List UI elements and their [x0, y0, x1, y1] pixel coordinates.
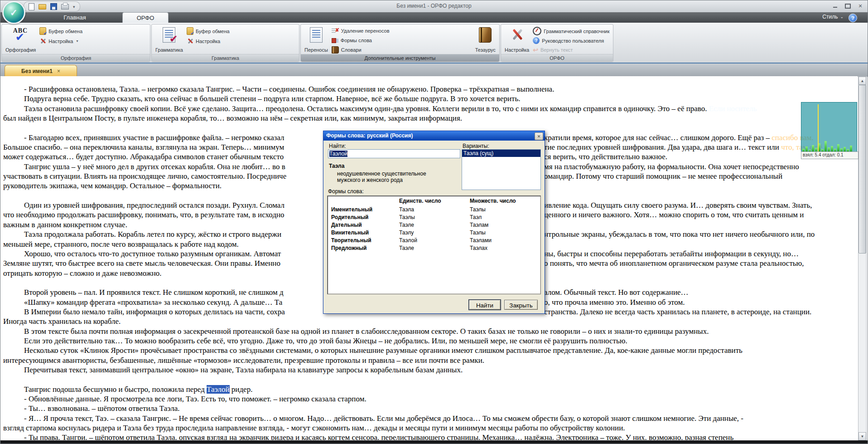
word-headword: Таэла — [329, 163, 344, 169]
column-singular: Единств. число — [399, 198, 441, 204]
print-icon[interactable] — [61, 4, 69, 10]
maximize-button[interactable] — [844, 3, 852, 9]
clipboard-button[interactable]: Буфер обмена — [38, 27, 148, 35]
quick-access-toolbar: ▾ — [24, 1, 80, 12]
clipboard-check-icon — [39, 27, 46, 35]
dialog-close-icon[interactable]: ✕ — [535, 132, 543, 140]
text-line-right-fragment: ценного и ничего важного. Хотя… можно сп… — [544, 210, 804, 220]
chevron-down-icon: ▾ — [76, 39, 78, 43]
word-forms-icon — [332, 37, 338, 44]
text-line: Таэла остановила расшифровку своей копии… — [3, 104, 849, 113]
scroll-up-icon[interactable]: ▲ — [858, 77, 866, 85]
remove-hyphens-button[interactable]: Удаление переносов — [330, 27, 473, 34]
minimize-button[interactable] — [831, 3, 839, 9]
ribbon-group-extra-tools: Переносы Удаление переносов Формы слова … — [300, 24, 500, 62]
ribbon-group-spelling: ABC✔ Орфография Буфер обмена Настройка ▾… — [1, 24, 150, 62]
selected-word: Таэлой — [207, 385, 230, 394]
word-forms-label: Формы слова: — [328, 188, 364, 195]
text-line-right-fragment: ны, быстры и способны переработать зетаб… — [544, 249, 799, 259]
find-input[interactable]: Таэлой — [328, 149, 460, 158]
close-button[interactable]: ✕ — [856, 3, 864, 9]
word-form-row[interactable]: ИменительныйТаэлаТаэлы — [328, 206, 540, 214]
column-plural: Множеств. число — [470, 198, 516, 204]
document-tab[interactable]: Без имени1 × — [5, 65, 77, 77]
ribbon-tab-strip: Главная ОРФО Стиль ⌄ ? — [0, 12, 868, 23]
word-description: неодушевленное существительное — [337, 171, 426, 177]
help-button[interactable]: ? — [849, 14, 857, 22]
grammar-guide-button[interactable]: Грамматический справочник — [531, 27, 611, 35]
dialog-title[interactable]: Формы слова: русский (Россия) — [323, 131, 545, 141]
ribbon-group-grammar: ✔ Грамматика Буфер обмена Настройка Грам… — [151, 24, 299, 62]
text-line-right-fragment: алом. Обычный текст. Но вот содержание… — [544, 288, 689, 297]
settings-button[interactable]: Настройка — [185, 37, 297, 45]
hyphenation-button[interactable]: Переносы — [303, 25, 330, 54]
dictionaries-icon — [332, 46, 339, 54]
dictionaries-button[interactable]: Словари — [330, 46, 473, 54]
traffic-caption: взял: 5.4 отдал: 0.1 — [801, 151, 858, 159]
group-label-grammar: Грамматика — [152, 54, 299, 62]
word-description: мужского и женского рода — [337, 177, 403, 183]
tools-icon — [510, 27, 524, 42]
vertical-scrollbar[interactable]: ▲ ▼ — [858, 76, 867, 441]
find-button[interactable]: Найти — [469, 300, 501, 310]
group-label-spelling: Орфография — [2, 54, 150, 62]
word-form-row[interactable]: РодительныйТаэлыТаэл — [328, 214, 540, 221]
user-manual-button[interactable]: ? Руководство пользователя — [531, 37, 611, 44]
tab-glavnaya[interactable]: Главная — [52, 12, 97, 23]
grammar-guide-icon — [533, 27, 541, 35]
text-line: интересующимся авантюристы, безбашенные,… — [3, 356, 849, 365]
text-line-right-fragment: кратили время, которое для нас сейчас… с… — [544, 133, 814, 142]
help-icon: ? — [533, 37, 540, 44]
thesaurus-button[interactable]: Тезаурус — [473, 25, 497, 54]
wrench-icon — [39, 38, 46, 44]
new-document-icon[interactable] — [29, 3, 34, 10]
text-line: Несколько суток «Клинок Ярости» прочёсыв… — [3, 346, 849, 355]
close-dialog-button[interactable]: Закрыть — [504, 300, 538, 310]
scrollbar-thumb[interactable] — [858, 85, 866, 254]
word-form-row[interactable]: ВинительныйТаэлуТаэлы — [328, 229, 540, 237]
hyphenation-doc-icon — [310, 27, 323, 43]
orfo-settings-button[interactable]: Настройка — [503, 25, 531, 54]
table-rows: ИменительныйТаэлаТаэлыРодительныйТаэлыТа… — [328, 206, 540, 252]
text-line — [3, 375, 849, 384]
word-form-row[interactable]: ПредложныйТаэлеТаэлах — [328, 244, 540, 252]
word-forms-button[interactable]: Формы слова — [330, 37, 473, 44]
text-line: был найден в Центральном Посту, в пульте… — [3, 113, 849, 123]
word-forms-table[interactable]: Единств. число Множеств. число Именитель… — [327, 195, 541, 294]
text-line: В этом тексте была почти полная информац… — [3, 327, 849, 336]
find-label: Найти: — [329, 143, 346, 149]
tab-orfo[interactable]: ОРФО — [122, 12, 169, 23]
grammar-button[interactable]: ✔ Грамматика — [154, 25, 185, 54]
clipboard-button[interactable]: Буфер обмена — [185, 27, 297, 35]
spelling-button[interactable]: ABC✔ Орфография — [4, 25, 38, 54]
style-button[interactable]: Стиль ⌄ — [822, 14, 844, 20]
chevron-down-icon: ⌄ — [840, 15, 844, 19]
qat-dropdown-icon[interactable]: ▾ — [73, 5, 75, 9]
document-tab-bar: Без имени1 × — [0, 63, 868, 77]
text-line-right-fragment: ся верить, что действительно важное. — [544, 152, 667, 161]
window-title: Без имени1 - ОРФО редактор — [0, 3, 868, 9]
variants-list[interactable]: Таэла (сущ) — [462, 149, 541, 190]
group-label-extra-tools: Дополнительные инструменты — [301, 54, 499, 62]
undo-text-icon: ↩ — [533, 47, 538, 53]
grammar-doc-icon: ✔ — [163, 27, 175, 43]
open-file-icon[interactable] — [39, 4, 46, 10]
scroll-down-icon[interactable]: ▼ — [858, 432, 866, 440]
tab-close-icon[interactable]: × — [57, 68, 60, 74]
word-form-row[interactable]: ДательныйТаэлеТаэлам — [328, 221, 540, 229]
app-logo[interactable]: ✓ — [2, 1, 25, 24]
text-line-right-fragment: о понять, что мечта об инопланетном орга… — [544, 259, 804, 268]
ribbon-group-orfo: Настройка Грамматический справочник ? Ру… — [501, 24, 613, 62]
text-line: Иногда часть хранилась на корабле. — [3, 317, 849, 326]
text-line: - Ты… взволнована. – шёпотом ответила Та… — [3, 404, 849, 413]
text-line: - Ты права, Тангри. – шёпотом ответила Т… — [3, 433, 849, 440]
text-line: - Обновлённые данные. Я просмотрела все … — [3, 394, 849, 404]
save-icon[interactable] — [50, 3, 57, 10]
text-line: взгляд старпома коснулась ридера и Таэла… — [3, 423, 849, 433]
spelling-abc-icon: ABC✔ — [12, 27, 30, 43]
word-form-row[interactable]: ТворительныйТаэлойТаэлами — [328, 237, 540, 244]
variant-item[interactable]: Таэла (сущ) — [462, 150, 540, 157]
text-line-right-fragment: странства. Далеко не всегда часть хранил… — [544, 307, 811, 317]
text-line-right-fragment: тие последних уровней шифрования. Два уд… — [544, 142, 830, 152]
settings-button[interactable]: Настройка ▾ — [38, 37, 148, 45]
